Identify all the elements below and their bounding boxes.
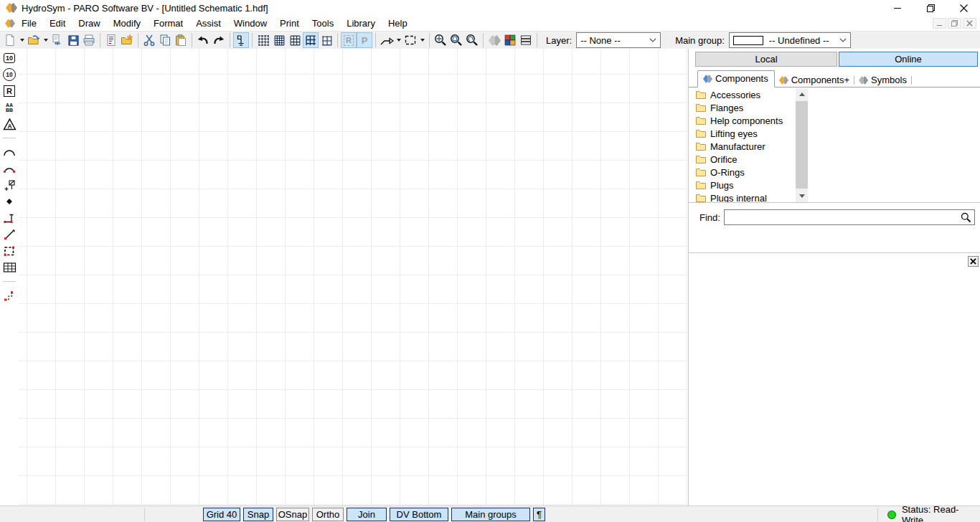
menu-assist[interactable]: Assist xyxy=(189,16,227,31)
menu-library[interactable]: Library xyxy=(340,16,382,31)
grid-style-coarse-button[interactable] xyxy=(303,32,319,48)
insert-node-button[interactable] xyxy=(2,178,17,192)
text-style-button[interactable]: AA BB xyxy=(2,100,17,115)
tab-components-plus[interactable]: Components+ xyxy=(775,73,854,87)
toolbar-separator xyxy=(337,33,338,47)
route-line-button[interactable] xyxy=(2,288,17,303)
rectangle-tool-dropdown[interactable] xyxy=(418,32,426,48)
menu-tools[interactable]: Tools xyxy=(306,16,340,31)
close-button[interactable] xyxy=(947,0,980,16)
tree-item-lifting-eyes[interactable]: Lifting eyes xyxy=(693,127,796,140)
tree-item-orifice[interactable]: Orifice xyxy=(693,153,796,166)
rectangle-tool-button[interactable] xyxy=(402,32,418,48)
cut-button[interactable] xyxy=(141,32,157,48)
open-file-button[interactable] xyxy=(26,32,42,48)
title-bar: HydroSym - PARO Software BV - [Untitled … xyxy=(0,0,980,16)
select-region-button[interactable] xyxy=(2,244,17,258)
find-row: Find: xyxy=(689,207,980,228)
add-to-library-button[interactable] xyxy=(119,32,135,48)
copy-button[interactable] xyxy=(157,32,173,48)
insert-component-toggle[interactable] xyxy=(233,32,249,48)
scroll-down-button[interactable] xyxy=(796,190,808,202)
reference-toggle[interactable]: R xyxy=(341,32,357,48)
layer-select[interactable]: -- None -- xyxy=(576,32,661,48)
local-source-button[interactable]: Local xyxy=(695,52,837,67)
scrollbar-thumb[interactable] xyxy=(796,101,808,189)
dv-bottom-toggle-button[interactable]: DV Bottom xyxy=(390,508,448,521)
print-button[interactable] xyxy=(81,32,97,48)
tree-item-plugs[interactable]: Plugs xyxy=(693,179,796,191)
line-button[interactable] xyxy=(2,227,17,242)
dimension-box-button[interactable]: 10 xyxy=(2,51,17,65)
grid-style-sparse-button[interactable] xyxy=(319,32,334,48)
tab-symbols[interactable]: Symbols xyxy=(854,73,912,87)
menu-edit[interactable]: Edit xyxy=(43,16,72,31)
online-source-button[interactable]: Online xyxy=(839,52,978,67)
arrow-tool-button[interactable] xyxy=(379,32,395,48)
grid-style-dots-button[interactable] xyxy=(255,32,271,48)
import-button[interactable] xyxy=(50,32,65,48)
zoom-window-button[interactable] xyxy=(448,32,464,48)
menu-draw[interactable]: Draw xyxy=(72,16,106,31)
paste-button[interactable] xyxy=(173,32,189,48)
annotation-triangle-button[interactable]: A xyxy=(2,117,17,131)
join-toggle-button[interactable]: Join xyxy=(347,508,387,521)
menu-file[interactable]: File xyxy=(15,16,43,31)
arc-button[interactable] xyxy=(2,145,17,159)
document-properties-button[interactable] xyxy=(103,32,119,48)
arrow-tool-dropdown[interactable] xyxy=(395,32,402,48)
grid-toggle-button[interactable]: Grid 40 xyxy=(203,508,240,521)
redo-button[interactable] xyxy=(211,32,227,48)
menu-print[interactable]: Print xyxy=(273,16,306,31)
save-button[interactable] xyxy=(65,32,81,48)
menu-help[interactable]: Help xyxy=(382,16,414,31)
search-icon[interactable] xyxy=(961,212,971,223)
new-document-button[interactable] xyxy=(2,32,18,48)
panel-close-button[interactable] xyxy=(968,256,979,267)
undo-button[interactable] xyxy=(195,32,211,48)
polyline-button[interactable] xyxy=(2,211,17,225)
tree-item-flanges[interactable]: Flanges xyxy=(693,101,796,114)
tree-item-help-components[interactable]: Help components xyxy=(693,114,796,127)
main-groups-toggle-button[interactable]: Main groups xyxy=(451,508,530,521)
toolbar-separator xyxy=(192,33,192,47)
zoom-extents-button[interactable] xyxy=(433,32,448,48)
arc-endpoints-button[interactable] xyxy=(2,161,17,176)
osnap-toggle-button[interactable]: OSnap xyxy=(276,508,309,521)
menu-modify[interactable]: Modify xyxy=(107,16,147,31)
scroll-up-button[interactable] xyxy=(796,88,808,100)
tree-item-o-rings[interactable]: O-Rings xyxy=(693,166,796,179)
restore-button[interactable] xyxy=(914,0,947,16)
color-settings-button[interactable] xyxy=(502,32,518,48)
mdi-close-button[interactable] xyxy=(963,18,976,29)
ortho-toggle-button[interactable]: Ortho xyxy=(312,508,344,521)
schematic-canvas[interactable] xyxy=(19,49,688,506)
menu-window[interactable]: Window xyxy=(227,16,273,31)
tree-scrollbar[interactable] xyxy=(796,88,808,202)
pilcrow-toggle-button[interactable]: ¶ xyxy=(533,508,545,521)
tab-components[interactable]: Components xyxy=(697,70,775,87)
point-button[interactable] xyxy=(2,194,17,209)
new-document-dropdown[interactable] xyxy=(18,32,26,48)
tree-item-plugs-internal[interactable]: Plugs internal xyxy=(693,191,796,202)
layers-button[interactable] xyxy=(518,32,534,48)
snap-toggle-button[interactable]: Snap xyxy=(243,508,273,521)
p-toggle[interactable]: P xyxy=(357,32,372,48)
component-info-button[interactable] xyxy=(486,32,502,48)
grid-style-medium-button[interactable] xyxy=(287,32,303,48)
open-file-dropdown[interactable] xyxy=(42,32,50,48)
main-group-select[interactable]: -- Undefined -- xyxy=(729,32,851,48)
find-input[interactable] xyxy=(724,209,975,225)
tree-item-manufacturer[interactable]: Manufacturer xyxy=(693,140,796,153)
reference-box-button[interactable]: R xyxy=(2,84,17,98)
mdi-restore-button[interactable] xyxy=(948,18,961,29)
minimize-button[interactable] xyxy=(881,0,914,16)
mdi-minimize-button[interactable] xyxy=(933,18,946,29)
tree-item-accessories[interactable]: Accessories xyxy=(693,88,796,101)
status-indicator-icon xyxy=(887,511,896,519)
table-button[interactable] xyxy=(2,260,17,275)
menu-format[interactable]: Format xyxy=(147,16,189,31)
zoom-previous-button[interactable] xyxy=(464,32,480,48)
grid-style-fine-button[interactable] xyxy=(271,32,287,48)
dimension-circle-button[interactable]: 10 xyxy=(2,67,17,82)
